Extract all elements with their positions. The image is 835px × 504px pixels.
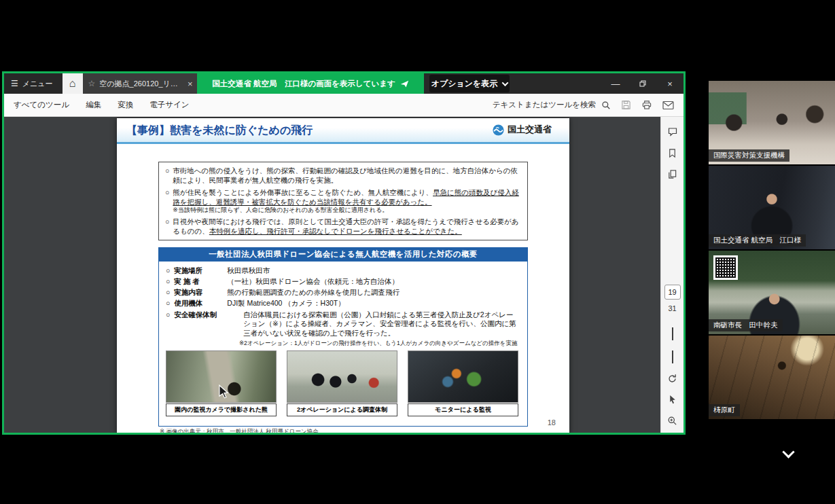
home-tab[interactable]: ⌂ (63, 73, 83, 94)
mouse-cursor (217, 384, 230, 399)
save-button[interactable] (621, 100, 631, 110)
bookmark-icon (667, 148, 677, 158)
pdf-page[interactable]: 【事例】獣害を未然に防ぐための飛行 国土交通省 ○ 市街地への熊の侵入をうけ、熊… (117, 118, 569, 433)
pdf-details-box: ○ 実施場所 秋田県秋田市 ○ 実 施 者 （一社）秋田県ドローン協会（依頼元：… (158, 262, 528, 427)
print-button[interactable] (641, 100, 652, 110)
chevron-up-icon (672, 327, 673, 340)
detail-label: 実施場所 (174, 266, 223, 276)
bullet-icon: ○ (166, 277, 170, 287)
chevron-down-icon (672, 350, 673, 363)
page-navigation-indicator: 19 31 (661, 285, 683, 312)
detail-row-content: ○ 実施内容 熊の行動範囲調査のための赤外線を使用した調査飛行 (166, 288, 520, 298)
pdf-section-title-bar: 一般社団法人秋田県ドローン協会による無人航空機を活用した対応の概要 (158, 247, 528, 262)
search-icon (601, 101, 611, 110)
detail-value: （一社）秋田県ドローン協会（依頼元：地方自治体） (227, 277, 520, 287)
tab-close-icon[interactable]: × (188, 79, 193, 89)
photo-caption: 2オペレーションによる調査体制 (287, 403, 397, 416)
pages-icon (667, 169, 677, 179)
close-button[interactable]: × (656, 73, 683, 94)
comment-tool-button[interactable] (667, 126, 678, 137)
share-plane-icon (400, 79, 409, 88)
text-segment: 熊が住民を襲うことによる外傷事故に至ることを防ぐため、無人航空機により、 (173, 188, 433, 196)
intro-bullet-1: ○ 市街地への熊の侵入をうけ、熊の探索、行動範囲の確認及び地域住民の避難を目的に… (165, 166, 521, 185)
search-input[interactable]: テキストまたはツールを検索 (493, 100, 611, 110)
mlit-logo-text: 国土交通省 (508, 124, 552, 136)
chevron-down-icon (782, 446, 794, 458)
toolbar-right-group: テキストまたはツールを検索 (493, 100, 674, 110)
all-tools-menu-item[interactable]: すべてのツール (14, 100, 69, 110)
detail-label: 実施内容 (174, 288, 223, 298)
share-banner: 国土交通省 航空局 江口様の画面を表示しています (197, 73, 424, 94)
email-button[interactable] (662, 101, 674, 110)
underlined-segment: 本特例を適応し、飛行許可・承認なしでドローンを飛行させることができた。 (209, 227, 462, 235)
page-thumbnails-button[interactable] (667, 169, 677, 179)
zoom-in-icon (667, 416, 677, 426)
mlit-wave-icon (493, 124, 504, 136)
pdf-photo-row: 園内の監視カメラで撮影された熊 2オペレーションによる調査体制 モニターによる監… (166, 350, 520, 416)
select-tool-button[interactable] (668, 395, 677, 405)
esign-menu-item[interactable]: 電子サイン (149, 100, 189, 110)
participant-name-label: 国土交通省 航空局 江口様 (709, 234, 806, 247)
show-options-label: オプションを表示 (431, 78, 498, 90)
participant-tile-4[interactable]: 梼原町 (709, 336, 835, 419)
participants-panel: 国際災害対策支援機構 国土交通省 航空局 江口様 南砺市長 田中幹夫 梼原町 (709, 81, 835, 419)
email-icon (662, 101, 674, 110)
pdf-header-band: 【事例】獣害を未然に防ぐための飛行 国土交通省 (117, 118, 569, 144)
page-number-input[interactable]: 19 (664, 285, 681, 300)
photo-caption: モニターによる監視 (408, 403, 518, 416)
detail-row-operator: ○ 実 施 者 （一社）秋田県ドローン協会（依頼元：地方自治体） (166, 277, 520, 287)
bullet-icon: ○ (165, 188, 169, 215)
qr-code-pattern (715, 257, 736, 278)
pdf-slide-title: 【事例】獣害を未然に防ぐための飛行 (126, 124, 313, 138)
hamburger-icon: ☰ (11, 79, 18, 88)
bookmarks-button[interactable] (667, 148, 677, 158)
page-total-label: 31 (668, 304, 676, 312)
intro-bullet-3: ○ 目視外や夜間等における飛行では、原則として国土交通大臣の許可・承認を得たうえ… (165, 217, 521, 236)
detail-value: 自治体職員における探索範囲（公園）入口封鎖による第三者侵入防止及び2オペレーショ… (243, 310, 520, 338)
bullet-icon: ○ (166, 288, 170, 298)
rail-nav-icons (661, 327, 683, 433)
edit-menu-item[interactable]: 編集 (86, 100, 101, 110)
previous-page-button[interactable] (672, 327, 673, 340)
chevron-down-icon (502, 79, 509, 86)
pdf-photo-monitor (408, 350, 518, 403)
next-page-button[interactable] (672, 350, 673, 363)
bullet-icon: ○ (166, 266, 170, 276)
restore-button[interactable] (629, 73, 656, 94)
intro-bullet-2-note: ※当該特例は熊に限らず、人命に危険のおそれのある獣害全般に適用される。 (173, 206, 521, 215)
refresh-button[interactable] (667, 374, 677, 384)
detail-row-safety: ○ 安全確保体制 自治体職員における探索範囲（公園）入口封鎖による第三者侵入防止… (166, 310, 520, 338)
participant-tile-3[interactable]: 南砺市長 田中幹夫 (709, 251, 835, 334)
intro-bullet-2-text: 熊が住民を襲うことによる外傷事故に至ることを防ぐため、無人航空機により、早急に熊… (173, 188, 521, 215)
intro-bullet-2: ○ 熊が住民を襲うことによる外傷事故に至ることを防ぐため、無人航空機により、早急… (165, 188, 521, 215)
participant-tile-2[interactable]: 国土交通省 航空局 江口様 (709, 166, 835, 249)
menu-button[interactable]: ☰ メニュー (4, 73, 60, 94)
star-icon[interactable]: ☆ (88, 79, 96, 88)
more-participants-button[interactable] (779, 442, 798, 461)
home-icon: ⌂ (69, 77, 76, 90)
convert-menu-item[interactable]: 変換 (118, 100, 133, 110)
show-options-button[interactable]: オプションを表示 (429, 75, 510, 92)
detail-footnote: ※2オペレーション：1人がドローンの飛行操作を行い、もう1人がカメラの向きやズー… (239, 340, 520, 348)
menu-label: メニュー (22, 79, 53, 89)
select-tool-icon (668, 395, 677, 405)
minimize-button[interactable]: — (602, 73, 629, 94)
tab-title: 空の拠点_260120_リバ... (99, 79, 183, 89)
document-tab[interactable]: ☆ 空の拠点_260120_リバ... × (83, 73, 198, 94)
photo-card-monitor: モニターによる監視 (408, 350, 518, 416)
qr-code (713, 255, 738, 280)
rail-top-icons (661, 126, 683, 179)
detail-value: 熊の行動範囲調査のための赤外線を使用した調査飛行 (227, 288, 520, 298)
acrobat-toolbar: すべてのツール 編集 変換 電子サイン テキストまたはツールを検索 (4, 94, 683, 117)
photo-card-bear: 園内の監視カメラで撮影された熊 (166, 350, 277, 416)
intro-bullet-3-text: 目視外や夜間等における飛行では、原則として国土交通大臣の許可・承認を得たうえで飛… (173, 217, 521, 236)
participant-tile-1[interactable]: 国際災害対策支援機構 (709, 81, 835, 164)
save-icon (621, 100, 631, 110)
pdf-intro-box: ○ 市街地への熊の侵入をうけ、熊の探索、行動範囲の確認及び地域住民の避難を目的に… (158, 162, 528, 240)
window-controls: — × (602, 73, 683, 94)
detail-label: 使用機体 (174, 299, 223, 308)
photo-caption: 園内の監視カメラで撮影された熊 (166, 403, 277, 416)
bullet-icon: ○ (165, 217, 169, 236)
pdf-photo-operators (287, 350, 397, 403)
zoom-in-button[interactable] (667, 416, 677, 426)
